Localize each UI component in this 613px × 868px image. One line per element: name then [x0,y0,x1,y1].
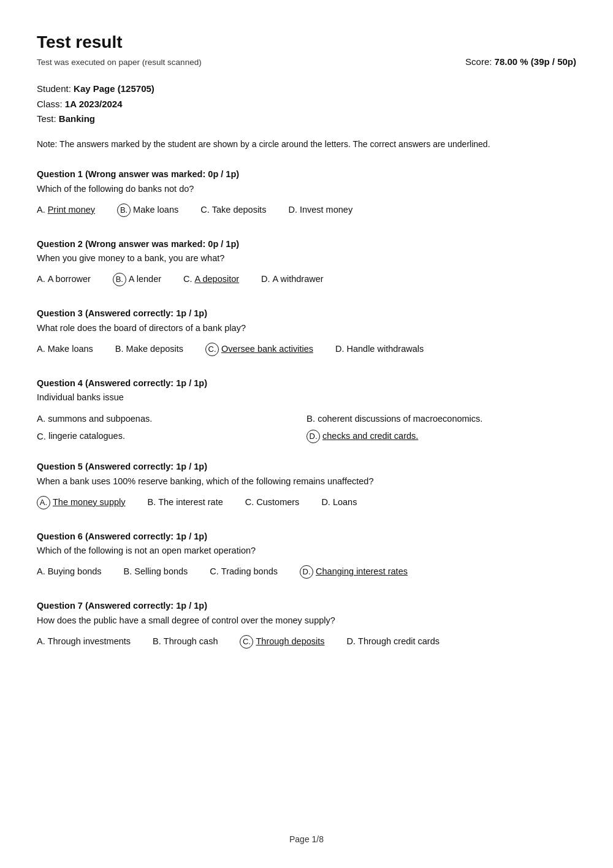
letter-label-q4-A: A. [37,412,45,426]
letter-label-q2-A: A. [37,273,45,286]
answer-q6-D: D.Changing interest rates [300,565,408,579]
answers-q6: A.Buying bondsB.Selling bondsC.Trading b… [37,565,576,582]
letter-label-q3-D: D. [335,343,345,356]
answer-text-q1-D: Invest money [300,204,352,217]
answer-text-q6-A: Buying bonds [48,565,102,579]
circle-q6-D: D. [300,565,313,579]
test-name: Banking [59,113,95,124]
answer-q7-B: B.Through cash [153,635,218,649]
letter-label-q7-B: B. [153,635,161,649]
question-text-q7: How does the public have a small degree … [37,614,576,628]
question-text-q4: Individual banks issue [37,391,576,405]
note-text: Note: The answers marked by the student … [37,137,576,151]
answer-text-q7-D: Through credit cards [358,635,440,649]
question-block-q4: Question 4 (Answered correctly: 1p / 1p)… [37,377,576,444]
answer-q2-A: A.A borrower [37,273,91,286]
answer-q2-D: D.A withdrawer [261,273,324,286]
answer-q4-B: B.coherent discussions of macroeconomics… [306,412,576,426]
letter-label-q3-A: A. [37,343,45,356]
answer-text-q2-D: A withdrawer [273,273,324,286]
student-row: Student: Kay Page (125705) [37,82,576,96]
letter-label-q1-D: D. [288,204,297,217]
answer-text-q1-A: Print money [48,204,95,217]
class-name: 1A 2023/2024 [65,99,123,109]
score-label: Score: [465,56,492,67]
page-container: Test result Test was executed on paper (… [0,0,613,868]
answer-q7-D: D.Through credit cards [347,635,440,649]
question-text-q1: Which of the following do banks not do? [37,183,576,196]
answer-q3-B: B.Make deposits [115,343,183,356]
page-footer: Page 1/8 [0,833,613,846]
question-block-q5: Question 5 (Answered correctly: 1p / 1p)… [37,460,576,513]
answer-text-q4-C: lingerie catalogues. [48,430,125,443]
test-label: Test: [37,113,56,124]
score-block: Score: 78.00 % (39p / 50p) [465,55,576,69]
answer-text-q7-B: Through cash [164,635,218,649]
answer-q2-B: B.A lender [113,273,161,286]
letter-label-q7-A: A. [37,635,45,649]
answer-q5-A: A.The money supply [37,496,125,509]
answer-q2-C: C.A depositor [183,273,239,286]
question-header-q7: Question 7 (Answered correctly: 1p / 1p) [37,600,576,613]
answer-text-q3-D: Handle withdrawals [346,343,424,356]
answer-q5-B: B.The interest rate [147,496,223,509]
answer-text-q6-B: Selling bonds [134,565,188,579]
answer-text-q5-C: Customers [256,496,299,509]
answers-q1: A.Print moneyB.Make loansC.Take deposits… [37,204,576,221]
questions-container: Question 1 (Wrong answer was marked: 0p … [37,168,576,652]
answer-text-q2-A: A borrower [48,273,91,286]
circle-q1-B: B. [117,204,131,217]
question-block-q7: Question 7 (Answered correctly: 1p / 1p)… [37,600,576,652]
letter-label-q2-D: D. [261,273,270,286]
answer-text-q1-C: Take deposits [212,204,267,217]
letter-label-q1-C: C. [200,204,210,217]
question-header-q4: Question 4 (Answered correctly: 1p / 1p) [37,377,576,390]
answer-q6-C: C.Trading bonds [210,565,278,579]
answers-q3: A.Make loansB.Make depositsC.Oversee ban… [37,343,576,360]
circle-q4-D: D. [306,430,320,443]
question-block-q6: Question 6 (Answered correctly: 1p / 1p)… [37,530,576,583]
class-row: Class: 1A 2023/2024 [37,97,576,112]
answer-text-q4-D: checks and credit cards. [322,430,418,443]
answer-q5-D: D.Loans [321,496,357,509]
answer-text-q5-B: The interest rate [158,496,223,509]
answer-q1-A: A.Print money [37,204,95,217]
question-text-q6: Which of the following is not an open ma… [37,544,576,558]
question-header-q5: Question 5 (Answered correctly: 1p / 1p) [37,460,576,474]
answer-text-q6-C: Trading bonds [221,565,278,579]
score-value: 78.00 % (39p / 50p) [495,56,576,67]
question-text-q2: When you give money to a bank, you are w… [37,252,576,265]
question-header-q6: Question 6 (Answered correctly: 1p / 1p) [37,530,576,544]
letter-label-q5-D: D. [321,496,330,509]
answer-text-q2-C: A depositor [195,273,240,286]
page-title: Test result [37,29,576,55]
answer-q1-C: C.Take deposits [200,204,266,217]
answer-q1-D: D.Invest money [288,204,352,217]
answer-text-q3-B: Make deposits [126,343,184,356]
answers-q2: A.A borrowerB.A lenderC.A depositorD.A w… [37,273,576,290]
letter-label-q6-C: C. [210,565,219,579]
student-label: Student: [37,83,71,94]
letter-label-q2-C: C. [183,273,192,286]
question-header-q1: Question 1 (Wrong answer was marked: 0p … [37,168,576,181]
answer-q4-D: D.checks and credit cards. [306,430,576,444]
question-block-q2: Question 2 (Wrong answer was marked: 0p … [37,238,576,291]
answer-text-q7-A: Through investments [48,635,131,649]
answers-grid-q4: A.summons and subpoenas.B.coherent discu… [37,412,576,443]
question-text-q3: What role does the board of directors of… [37,322,576,335]
student-name: Kay Page (125705) [74,83,154,94]
circle-q7-C: C. [240,635,253,649]
answer-text-q7-C: Through deposits [256,635,324,649]
answer-q7-A: A.Through investments [37,635,131,649]
question-block-q1: Question 1 (Wrong answer was marked: 0p … [37,168,576,221]
answers-q5: A.The money supplyB.The interest rateC.C… [37,496,576,513]
letter-label-q6-A: A. [37,565,45,579]
answer-text-q4-A: summons and subpoenas. [48,413,152,426]
answer-text-q2-B: A lender [129,273,161,286]
answer-q7-C: C.Through deposits [240,635,324,649]
answer-text-q3-A: Make loans [48,343,93,356]
answer-q6-B: B.Selling bonds [124,565,188,579]
class-label: Class: [37,99,63,109]
answer-q1-B: B.Make loans [117,204,178,217]
answers-q7: A.Through investmentsB.Through cashC.Thr… [37,635,576,652]
